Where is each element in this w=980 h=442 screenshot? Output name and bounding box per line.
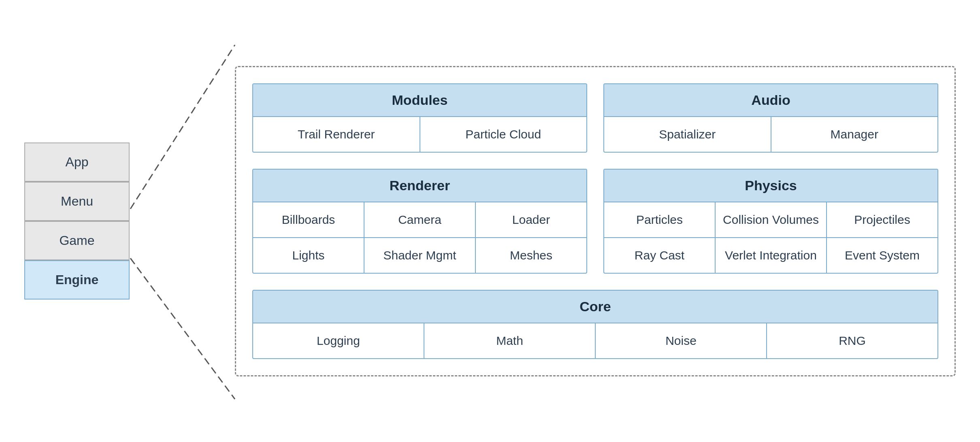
cell-logging: Logging — [253, 323, 424, 358]
cell-shader-mgmt: Shader Mgmt — [364, 238, 476, 273]
stack-item-menu: Menu — [24, 182, 130, 221]
renderer-header: Renderer — [253, 170, 586, 202]
cell-projectiles: Projectiles — [827, 202, 937, 237]
physics-box: Physics Particles Collision Volumes Proj… — [603, 169, 938, 274]
cell-collision-volumes: Collision Volumes — [716, 202, 827, 237]
core-box: Core Logging Math Noise RNG — [252, 290, 938, 359]
left-stack: App Menu Game Engine — [24, 142, 130, 300]
cell-billboards: Billboards — [253, 202, 364, 237]
row-2: Renderer Billboards Camera Loader Lights… — [252, 169, 938, 274]
physics-row-1: Particles Collision Volumes Projectiles — [604, 202, 937, 237]
right-area: Modules Trail Renderer Particle Cloud Au… — [235, 66, 956, 376]
cell-trail-renderer: Trail Renderer — [253, 117, 420, 152]
cell-rng: RNG — [767, 323, 937, 358]
core-header: Core — [253, 291, 937, 323]
stack-item-game: Game — [24, 221, 130, 260]
row-1: Modules Trail Renderer Particle Cloud Au… — [252, 83, 938, 153]
core-cells: Logging Math Noise RNG — [253, 323, 937, 358]
audio-cells: Spatializer Manager — [604, 117, 937, 152]
modules-header: Modules — [253, 84, 586, 117]
svg-line-1 — [130, 258, 235, 399]
renderer-row-2: Lights Shader Mgmt Meshes — [253, 237, 586, 273]
cell-noise: Noise — [596, 323, 767, 358]
modules-box: Modules Trail Renderer Particle Cloud — [252, 83, 587, 153]
cell-camera: Camera — [364, 202, 476, 237]
stack-item-engine: Engine — [24, 260, 130, 300]
renderer-row-1: Billboards Camera Loader — [253, 202, 586, 237]
cell-particle-cloud: Particle Cloud — [420, 117, 587, 152]
cell-event-system: Event System — [827, 238, 937, 273]
svg-line-0 — [130, 45, 235, 209]
audio-box: Audio Spatializer Manager — [603, 83, 938, 153]
stack-item-app: App — [24, 142, 130, 182]
renderer-cells: Billboards Camera Loader Lights Shader M… — [253, 202, 586, 273]
cell-meshes: Meshes — [476, 238, 586, 273]
cell-math: Math — [424, 323, 596, 358]
renderer-box: Renderer Billboards Camera Loader Lights… — [252, 169, 587, 274]
cell-manager: Manager — [771, 117, 938, 152]
row-3: Core Logging Math Noise RNG — [252, 290, 938, 359]
physics-row-2: Ray Cast Verlet Integration Event System — [604, 237, 937, 273]
cell-loader: Loader — [476, 202, 586, 237]
cell-verlet-integration: Verlet Integration — [716, 238, 827, 273]
cell-particles: Particles — [604, 202, 716, 237]
physics-cells: Particles Collision Volumes Projectiles … — [604, 202, 937, 273]
cell-spatializer: Spatializer — [604, 117, 771, 152]
physics-header: Physics — [604, 170, 937, 202]
modules-cells: Trail Renderer Particle Cloud — [253, 117, 586, 152]
diagram: App Menu Game Engine Modules Trail Rende… — [24, 19, 956, 423]
audio-header: Audio — [604, 84, 937, 117]
cell-ray-cast: Ray Cast — [604, 238, 716, 273]
cell-lights: Lights — [253, 238, 364, 273]
